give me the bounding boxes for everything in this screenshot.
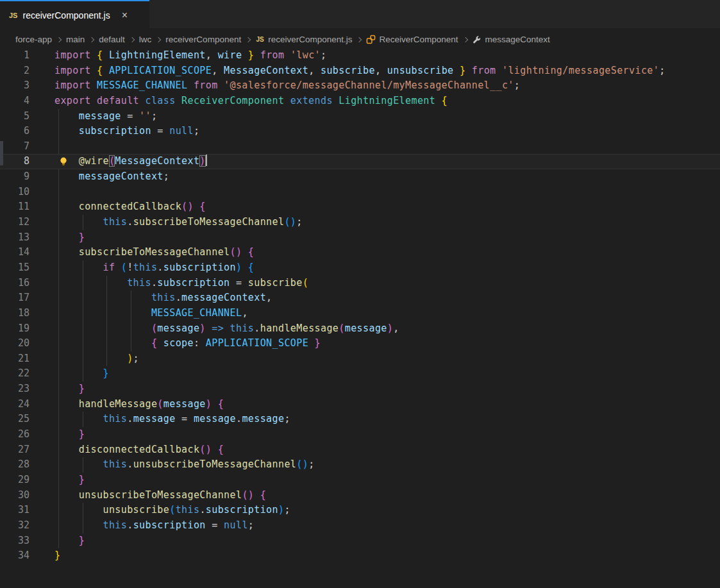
code-line[interactable]: 28 this.unsubscribeToMessageChannel(); [0,457,720,473]
code-token: messageContext [181,292,266,303]
line-number: 21 [0,351,29,367]
code-token: messageContext [79,171,163,182]
code-line[interactable]: 10 [0,185,720,200]
code-line[interactable]: 34} [0,548,720,564]
line-number: 11 [0,199,29,215]
code-text: unsubscribeToMessageChannel() { [54,488,266,503]
code-token: subscribeToMessageChannel [133,216,285,228]
breadcrumb-item-receivercomponent[interactable]: ReceiverComponent [366,35,458,44]
line-number: 17 [0,290,29,306]
code-token: subscription [133,519,206,531]
code-line[interactable]: 11 connectedCallback() { [0,199,720,215]
code-token: export default [54,95,145,106]
code-token: () { [181,201,206,212]
code-line[interactable]: 4export default class ReceiverComponent … [0,94,720,109]
breadcrumb-item-messagecontext[interactable]: messageContext [473,35,550,44]
code-line[interactable]: 19 (message) => this.handleMessage(messa… [0,321,720,337]
line-number: 2 [0,63,29,79]
code-line[interactable]: 2import { APPLICATION_SCOPE, MessageCont… [0,63,720,79]
code-token: ) [199,155,205,167]
code-token: MessageContext [115,155,199,167]
code-token: from [254,49,290,61]
line-number: 33 [0,533,29,549]
breadcrumb-item-main[interactable]: main [66,35,85,44]
code-token: ; [514,80,520,91]
code-line[interactable]: 1import { LightningElement, wire } from … [0,48,720,63]
left-edge-decoration [0,141,3,165]
code-token: } [79,535,85,546]
code-token: = [151,125,169,137]
code-line[interactable]: 15 if (!this.subscription) { [0,260,720,276]
code-token: , [212,65,224,76]
code-line[interactable]: 5 message = ''; [0,109,720,124]
code-token: ; [194,125,199,137]
code-token: this [230,323,255,334]
code-text: this.subscription = subscribe( [54,276,308,291]
code-token: '' [139,110,151,122]
breadcrumb-label: receiverComponent [165,35,241,44]
code-line[interactable]: 29 } [0,473,720,488]
code-line[interactable]: 7 [0,139,720,155]
code-token: class [145,95,181,106]
code-area[interactable]: 1import { LightningElement, wire } from … [0,48,720,588]
code-line[interactable]: 3import MESSAGE_CHANNEL from '@salesforc… [0,78,720,94]
code-text: if (!this.subscription) { [54,260,254,276]
breadcrumb-item-receivercomponent[interactable]: receiverComponent [165,35,241,44]
breadcrumb-item-receivercomponent-js[interactable]: JSreceiverComponent.js [255,35,352,44]
code-text: } [54,230,85,246]
code-token: } [79,383,85,394]
close-icon[interactable]: × [122,10,128,21]
code-line[interactable]: 33 } [0,533,720,549]
code-token: message [133,413,176,424]
chevron-right-icon [156,37,161,42]
code-text: } [54,473,85,488]
code-token: handleMessage [79,398,158,410]
code-line[interactable]: 12 this.subscribeToMessageChannel(); [0,215,720,230]
code-token: from [187,80,224,91]
line-number: 30 [0,488,29,503]
code-line[interactable]: 22 } [0,366,720,382]
line-number: 31 [0,503,29,518]
code-line[interactable]: 21 ); [0,351,720,367]
code-token: subscription [206,504,278,516]
breadcrumb-item-force-app[interactable]: force-app [15,35,52,44]
code-token: APPLICATION_SCOPE [206,337,308,349]
tab-receiverComponent-js[interactable]: JS receiverComponent.js × [0,0,149,28]
code-token: ) [387,323,393,334]
code-line[interactable]: 18 MESSAGE_CHANNEL, [0,306,720,321]
code-line[interactable]: 27 disconnectedCallback() { [0,442,720,458]
code-line[interactable]: 17 this.messageContext, [0,290,720,306]
code-token: ; [133,353,139,364]
code-line[interactable]: 30 unsubscribeToMessageChannel() { [0,488,720,503]
line-number: 3 [0,78,29,94]
code-token: , [206,49,218,61]
code-line[interactable]: 16 this.subscription = subscribe( [0,276,720,291]
code-token: . [127,458,133,470]
breadcrumb-item-default[interactable]: default [99,35,125,44]
code-line[interactable]: 14 subscribeToMessageChannel() { [0,245,720,260]
code-line[interactable]: 24 handleMessage(message) { [0,397,720,412]
line-number: 25 [0,412,29,427]
code-token: import [54,80,97,91]
code-token: extends [284,95,339,106]
line-number: 15 [0,260,29,276]
code-line[interactable]: 13 } [0,230,720,246]
code-line[interactable]: 9 messageContext; [0,169,720,185]
code-line-current[interactable]: 8 @wire(MessageContext) [0,154,720,169]
code-line[interactable]: 32 this.subscription = null; [0,518,720,533]
breadcrumb-label: lwc [139,35,152,44]
code-line[interactable]: 25 this.message = message.message; [0,412,720,427]
code-token: ( [151,323,157,334]
text-cursor [206,155,207,166]
code-line[interactable]: 6 subscription = null; [0,124,720,139]
indent-guide [58,139,59,155]
code-token: ; [296,216,302,228]
line-number: 20 [0,336,29,351]
code-line[interactable]: 26 } [0,427,720,442]
code-line[interactable]: 31 unsubscribe(this.subscription); [0,503,720,518]
code-token: this [103,458,127,470]
breadcrumb-item-lwc[interactable]: lwc [139,35,152,44]
code-line[interactable]: 20 { scope: APPLICATION_SCOPE } [0,336,720,351]
code-line[interactable]: 23 } [0,382,720,397]
code-token: . [127,413,133,424]
